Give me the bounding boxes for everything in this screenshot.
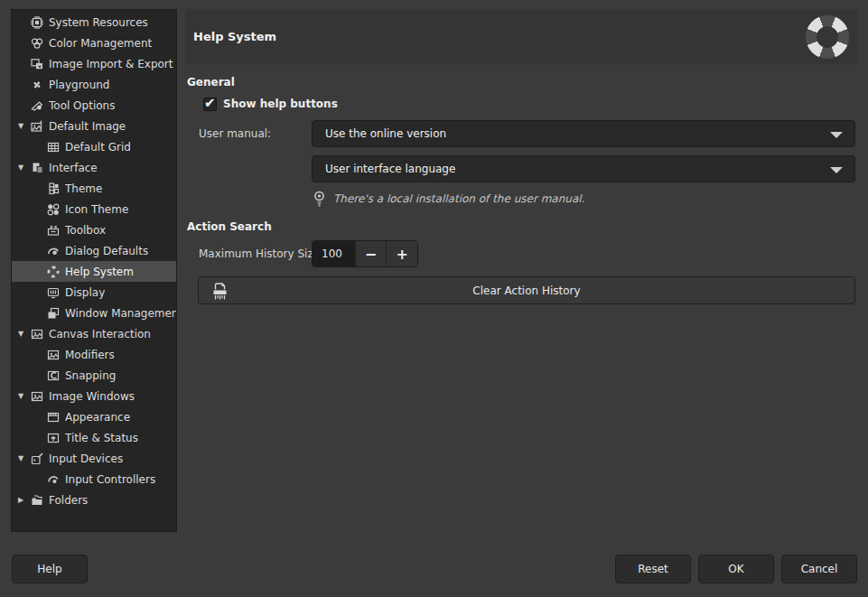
expander-down-icon[interactable]: ▼ xyxy=(17,163,30,172)
decrement-button[interactable]: − xyxy=(355,241,387,266)
sidebar-item-label: Color Management xyxy=(49,37,152,50)
default-grid-icon xyxy=(46,140,61,154)
sidebar-item-folders[interactable]: ▶Folders xyxy=(12,490,176,510)
sidebar-item-label: Toolbox xyxy=(65,224,106,237)
snapping-icon xyxy=(46,368,61,383)
sidebar-item-toolbox[interactable]: Toolbox xyxy=(12,219,176,240)
expander-down-icon[interactable]: ▼ xyxy=(17,122,30,130)
sidebar-item-input-devices[interactable]: ▼Input Devices xyxy=(12,448,176,469)
playground-icon xyxy=(30,78,44,92)
show-help-buttons-row[interactable]: Show help buttons xyxy=(203,94,338,114)
life-ring-icon xyxy=(806,15,849,59)
user-manual-selected-value: Use the online version xyxy=(325,127,446,140)
canvas-interaction-icon xyxy=(30,327,44,341)
sidebar-item-label: Playground xyxy=(49,79,109,91)
image-import-export-icon xyxy=(30,57,44,71)
sidebar-item-default-image[interactable]: ▼Default Image xyxy=(12,116,176,136)
ok-button-label: OK xyxy=(728,563,743,575)
default-image-icon xyxy=(30,119,44,134)
user-manual-dropdown[interactable]: Use the online version xyxy=(312,120,855,147)
reset-button-label: Reset xyxy=(638,563,668,575)
appearance-icon xyxy=(46,410,61,424)
sidebar-item-label: Image Import & Export xyxy=(49,58,173,70)
sidebar-item-display[interactable]: Display xyxy=(12,282,176,303)
preferences-tree: System ResourcesColor ManagementImage Im… xyxy=(12,12,176,510)
ok-button[interactable]: OK xyxy=(698,555,774,583)
sidebar-item-interface[interactable]: ▼Interface xyxy=(12,157,176,178)
sidebar-item-color-management[interactable]: Color Management xyxy=(12,33,176,53)
sidebar-item-image-import-export[interactable]: Image Import & Export xyxy=(12,53,176,74)
show-help-buttons-label: Show help buttons xyxy=(223,98,338,110)
theme-icon xyxy=(46,182,61,196)
user-interface-language-dropdown[interactable]: User interface language xyxy=(312,155,855,182)
sidebar-item-label: Canvas Interaction xyxy=(49,328,151,340)
interface-icon xyxy=(30,161,44,175)
cancel-button-label: Cancel xyxy=(801,563,838,575)
sidebar-item-label: Default Grid xyxy=(65,141,131,154)
clear-action-history-button[interactable]: Clear Action History xyxy=(198,276,855,304)
maximum-history-size-value[interactable]: 100 xyxy=(313,241,355,266)
sidebar-item-label: Default Image xyxy=(49,120,126,133)
sidebar-item-default-grid[interactable]: Default Grid xyxy=(12,136,176,157)
sidebar-item-tool-options[interactable]: Tool Options xyxy=(12,95,176,116)
reset-button[interactable]: Reset xyxy=(615,555,691,583)
icon-theme-icon xyxy=(46,202,61,217)
general-section-heading: General xyxy=(187,76,235,89)
page-header: Help System xyxy=(185,9,858,64)
expander-down-icon[interactable]: ▼ xyxy=(17,330,30,338)
sidebar-item-canvas-interaction[interactable]: ▼Canvas Interaction xyxy=(12,323,176,344)
input-devices-icon xyxy=(30,452,44,466)
sidebar-item-label: Help System xyxy=(65,266,134,278)
user-manual-label: User manual: xyxy=(199,120,271,147)
sidebar-item-label: Title & Status xyxy=(65,432,138,444)
image-windows-icon xyxy=(30,389,44,404)
sidebar-item-appearance[interactable]: Appearance xyxy=(12,406,176,427)
folders-icon xyxy=(30,493,44,508)
display-icon xyxy=(46,285,61,300)
cancel-button[interactable]: Cancel xyxy=(781,555,857,583)
maximum-history-size-stepper: 100 − + xyxy=(312,240,418,267)
lightbulb-icon xyxy=(313,191,325,207)
system-resources-icon xyxy=(30,15,44,30)
help-button[interactable]: Help xyxy=(12,555,88,583)
help-system-icon xyxy=(46,265,61,279)
sidebar-item-dialog-defaults[interactable]: Dialog Defaults xyxy=(12,240,176,261)
expander-right-icon[interactable]: ▶ xyxy=(17,496,30,504)
sidebar-item-help-system[interactable]: Help System xyxy=(12,261,176,282)
minus-icon: − xyxy=(365,246,377,263)
sidebar-item-theme[interactable]: Theme xyxy=(12,178,176,199)
window-management-icon xyxy=(46,306,61,321)
sidebar-item-window-management[interactable]: Window Management xyxy=(12,303,176,323)
expander-down-icon[interactable]: ▼ xyxy=(17,454,30,462)
hint-text: There's a local installation of the user… xyxy=(333,192,584,205)
title-status-icon xyxy=(46,431,61,445)
preferences-dialog: { "sidebar": { "items": [ { "label": "Sy… xyxy=(0,0,868,597)
sidebar-item-playground[interactable]: Playground xyxy=(12,74,176,95)
sidebar-item-label: Input Devices xyxy=(49,452,123,465)
preferences-sidebar: System ResourcesColor ManagementImage Im… xyxy=(11,9,177,532)
sidebar-item-label: Input Controllers xyxy=(65,473,155,486)
maximum-history-size-label: Maximum History Size: xyxy=(199,240,323,267)
language-selected-value: User interface language xyxy=(325,163,455,175)
clear-action-history-label: Clear Action History xyxy=(472,285,580,297)
sidebar-item-icon-theme[interactable]: Icon Theme xyxy=(12,199,176,219)
page-title: Help System xyxy=(193,9,276,64)
sidebar-item-system-resources[interactable]: System Resources xyxy=(12,12,176,33)
sidebar-item-label: Theme xyxy=(65,182,102,195)
sidebar-item-label: Modifiers xyxy=(65,349,115,361)
help-button-label: Help xyxy=(37,563,61,575)
sidebar-item-label: Snapping xyxy=(65,369,116,382)
expander-down-icon[interactable]: ▼ xyxy=(17,392,30,400)
shredder-icon xyxy=(211,282,229,301)
chevron-down-icon xyxy=(830,167,843,173)
increment-button[interactable]: + xyxy=(386,241,417,266)
show-help-buttons-checkbox[interactable] xyxy=(203,98,217,111)
sidebar-item-title-status[interactable]: Title & Status xyxy=(12,427,176,448)
tool-options-icon xyxy=(30,98,44,113)
sidebar-item-label: Image Windows xyxy=(49,390,135,403)
sidebar-item-input-controllers[interactable]: Input Controllers xyxy=(12,469,176,490)
sidebar-item-snapping[interactable]: Snapping xyxy=(12,365,176,386)
sidebar-item-image-windows[interactable]: ▼Image Windows xyxy=(12,386,176,406)
sidebar-item-modifiers[interactable]: Modifiers xyxy=(12,344,176,365)
modifiers-icon xyxy=(46,348,61,362)
